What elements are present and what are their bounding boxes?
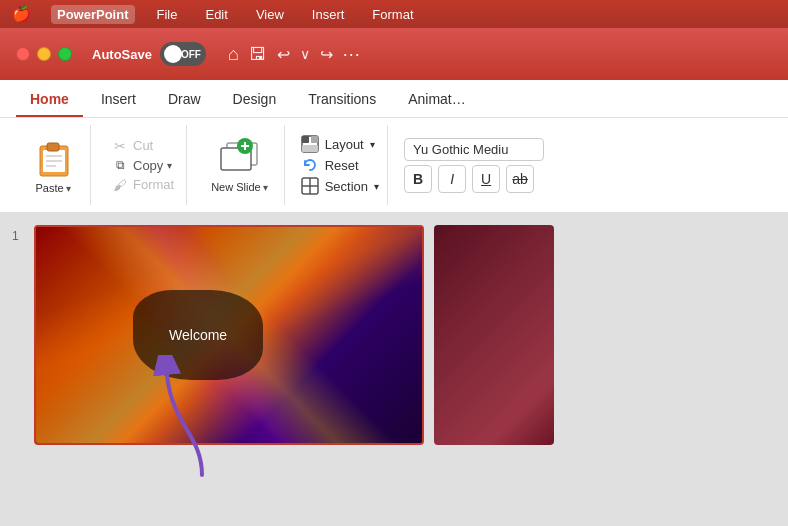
layout-icon bbox=[301, 135, 319, 153]
svg-rect-13 bbox=[311, 136, 318, 143]
toggle-state-label: OFF bbox=[181, 49, 201, 60]
layout-dropdown-icon[interactable]: ▾ bbox=[370, 139, 375, 150]
section-button[interactable]: Section ▾ bbox=[301, 177, 379, 195]
layout-label: Layout bbox=[325, 137, 364, 152]
scissors-icon: ✂ bbox=[111, 138, 129, 154]
apple-logo-icon[interactable]: 🍎 bbox=[12, 5, 31, 23]
paste-group: Paste ▾ bbox=[16, 125, 91, 205]
menu-file[interactable]: File bbox=[151, 5, 184, 24]
paste-icon bbox=[32, 136, 74, 180]
paste-dropdown-icon[interactable]: ▾ bbox=[66, 183, 71, 194]
tab-insert[interactable]: Insert bbox=[87, 85, 150, 117]
font-style-row: B I U ab bbox=[404, 165, 544, 193]
svg-rect-12 bbox=[302, 136, 309, 143]
slide-thumbnail[interactable]: Welcome bbox=[34, 225, 424, 445]
copy-icon: ⧉ bbox=[111, 158, 129, 172]
tab-animations[interactable]: Animat… bbox=[394, 85, 480, 117]
undo-icon[interactable]: ↩ bbox=[277, 45, 290, 64]
autosave-toggle[interactable]: OFF bbox=[160, 42, 206, 66]
home-icon[interactable]: ⌂ bbox=[228, 44, 239, 65]
clipboard-items: ✂ Cut ⧉ Copy ▾ 🖌 Format bbox=[107, 137, 178, 194]
minimize-button[interactable] bbox=[37, 47, 51, 61]
slide-number: 1 bbox=[12, 229, 26, 243]
new-slide-button[interactable]: New Slide ▾ bbox=[203, 133, 276, 197]
slide-welcome-text: Welcome bbox=[169, 327, 227, 343]
title-bar-icons: ⌂ 🖫 ↩ ∨ ↪ ··· bbox=[228, 44, 361, 65]
save-icon[interactable]: 🖫 bbox=[249, 44, 267, 65]
maximize-button[interactable] bbox=[58, 47, 72, 61]
menu-view[interactable]: View bbox=[250, 5, 290, 24]
cut-label: Cut bbox=[133, 138, 153, 153]
copy-button[interactable]: ⧉ Copy ▾ bbox=[107, 157, 178, 174]
ribbon-content: Paste ▾ ✂ Cut ⧉ Copy ▾ 🖌 Format bbox=[0, 118, 788, 213]
slide-options-group: Layout ▾ Reset Section ▾ bbox=[293, 125, 388, 205]
menu-format[interactable]: Format bbox=[366, 5, 419, 24]
redo-icon[interactable]: ↪ bbox=[320, 45, 333, 64]
slide-panel: 1 Welcome bbox=[0, 213, 788, 526]
font-section: Yu Gothic Mediu B I U ab bbox=[396, 138, 544, 193]
autosave-label: AutoSave bbox=[92, 47, 152, 62]
paste-button[interactable]: Paste ▾ bbox=[24, 132, 82, 198]
close-button[interactable] bbox=[16, 47, 30, 61]
menu-edit[interactable]: Edit bbox=[199, 5, 233, 24]
autosave-section: AutoSave OFF bbox=[92, 42, 206, 66]
section-label: Section bbox=[325, 179, 368, 194]
undo-dropdown-icon[interactable]: ∨ bbox=[300, 46, 310, 62]
font-name-selector[interactable]: Yu Gothic Mediu bbox=[404, 138, 544, 161]
tab-home[interactable]: Home bbox=[16, 85, 83, 117]
clipboard-group: ✂ Cut ⧉ Copy ▾ 🖌 Format bbox=[99, 125, 187, 205]
reset-button[interactable]: Reset bbox=[301, 156, 379, 174]
toggle-knob bbox=[164, 45, 182, 63]
menu-insert[interactable]: Insert bbox=[306, 5, 351, 24]
cut-button[interactable]: ✂ Cut bbox=[107, 137, 178, 155]
svg-rect-2 bbox=[47, 143, 59, 151]
section-icon bbox=[301, 177, 319, 195]
format-button[interactable]: 🖌 Format bbox=[107, 176, 178, 194]
slide-thumbnail-container: 1 Welcome bbox=[12, 225, 424, 514]
slide-thumbnail-partial[interactable] bbox=[434, 225, 554, 445]
reset-icon bbox=[301, 156, 319, 174]
title-bar: AutoSave OFF ⌂ 🖫 ↩ ∨ ↪ ··· bbox=[0, 28, 788, 80]
new-slide-dropdown-icon[interactable]: ▾ bbox=[263, 182, 268, 193]
format-painter-icon: 🖌 bbox=[111, 177, 129, 193]
menu-powerpoint[interactable]: PowerPoint bbox=[51, 5, 135, 24]
copy-dropdown-icon[interactable]: ▾ bbox=[167, 160, 172, 171]
slide-options-items: Layout ▾ Reset Section ▾ bbox=[301, 135, 379, 195]
more-options-icon[interactable]: ··· bbox=[343, 44, 361, 65]
tab-draw[interactable]: Draw bbox=[154, 85, 215, 117]
italic-button[interactable]: I bbox=[438, 165, 466, 193]
reset-label: Reset bbox=[325, 158, 359, 173]
layout-button[interactable]: Layout ▾ bbox=[301, 135, 379, 153]
strikethrough-button[interactable]: ab bbox=[506, 165, 534, 193]
bold-button[interactable]: B bbox=[404, 165, 432, 193]
tab-transitions[interactable]: Transitions bbox=[294, 85, 390, 117]
section-dropdown-icon[interactable]: ▾ bbox=[374, 181, 379, 192]
format-label: Format bbox=[133, 177, 174, 192]
tab-design[interactable]: Design bbox=[219, 85, 291, 117]
main-area: 1 Welcome bbox=[0, 213, 788, 526]
paste-label: Paste bbox=[35, 182, 63, 194]
traffic-lights bbox=[16, 47, 72, 61]
ribbon-tabs: Home Insert Draw Design Transitions Anim… bbox=[0, 80, 788, 118]
new-slide-icon bbox=[215, 137, 263, 177]
new-slide-group: New Slide ▾ bbox=[195, 125, 285, 205]
copy-label: Copy bbox=[133, 158, 163, 173]
svg-rect-14 bbox=[302, 145, 318, 152]
menu-bar: 🍎 PowerPoint File Edit View Insert Forma… bbox=[0, 0, 788, 28]
underline-button[interactable]: U bbox=[472, 165, 500, 193]
new-slide-label: New Slide bbox=[211, 181, 261, 193]
